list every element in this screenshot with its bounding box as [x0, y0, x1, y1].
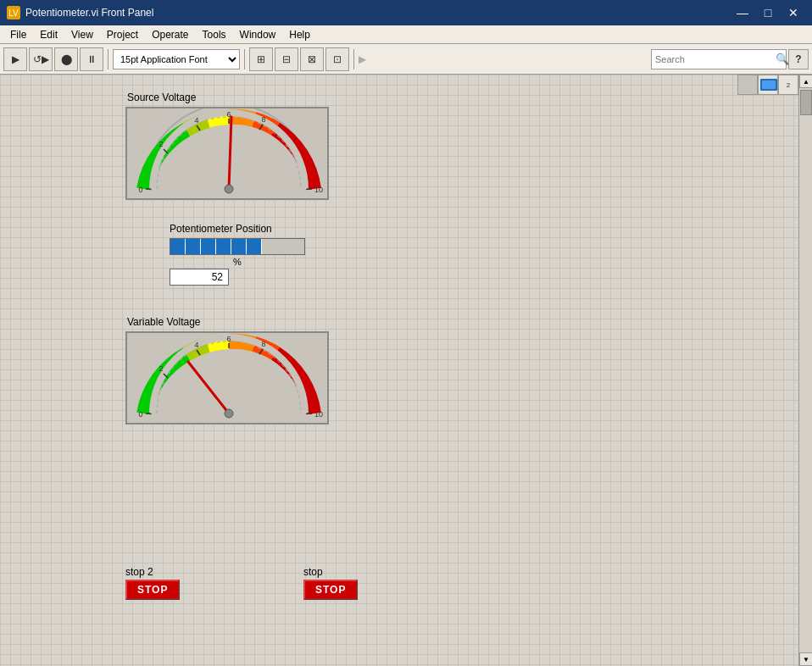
stop-label: stop	[303, 566, 358, 578]
search-bar: 🔍	[651, 49, 787, 69]
stop-button[interactable]: ⬤	[54, 47, 78, 71]
svg-text:2: 2	[159, 140, 163, 148]
svg-point-13	[225, 185, 233, 193]
canvas[interactable]: Source Voltage	[0, 75, 812, 666]
potentiometer-label: Potentiometer Position	[170, 223, 305, 235]
svg-text:2: 2	[159, 364, 163, 373]
resize-button[interactable]: ⊠	[300, 47, 324, 71]
distribute-button[interactable]: ⊟	[275, 47, 298, 71]
progress-seg-5	[231, 239, 247, 254]
stop-widget: stop STOP	[303, 566, 358, 600]
progress-unit: %	[170, 257, 305, 267]
progress-empty	[262, 239, 304, 254]
variable-voltage-gauge: 0 2 4 6 8 10	[125, 331, 329, 425]
menu-view[interactable]: View	[64, 27, 100, 42]
scrollbar[interactable]: ▲ ▼	[798, 75, 812, 666]
source-voltage-label: Source Voltage	[127, 92, 329, 103]
svg-line-26	[188, 362, 229, 413]
potentiometer-widget: Potentiometer Position % 52	[170, 223, 305, 286]
toolbar: ▶ ↺▶ ⬤ ⏸ 15pt Application Font ⊞ ⊟ ⊠ ⊡ ▶…	[0, 44, 812, 75]
svg-text:10: 10	[314, 410, 323, 419]
main-content: Source Voltage	[0, 75, 812, 666]
reorder-button[interactable]: ⊡	[325, 47, 349, 71]
separator-1	[108, 49, 108, 69]
scroll-up-arrow[interactable]: ▲	[799, 75, 812, 88]
svg-text:4: 4	[194, 116, 198, 125]
progress-seg-3	[201, 239, 216, 254]
menu-help[interactable]: Help	[282, 27, 317, 42]
variable-voltage-svg: 0 2 4 6 8 10	[127, 333, 331, 426]
panel-cell-2[interactable]	[758, 75, 778, 95]
variable-voltage-label: Variable Voltage	[127, 316, 329, 328]
progress-seg-2	[186, 239, 201, 254]
minimize-button[interactable]: —	[731, 1, 754, 25]
app-icon: LV	[7, 6, 20, 19]
progress-seg-4	[216, 239, 231, 254]
svg-line-12	[229, 117, 231, 189]
stop2-button[interactable]: STOP	[125, 580, 180, 600]
progress-seg-6	[247, 239, 262, 254]
panel-icons: 2	[737, 75, 798, 95]
align-button[interactable]: ⊞	[249, 47, 273, 71]
svg-text:6: 6	[226, 335, 231, 343]
variable-voltage-widget: Variable Voltage 0	[125, 316, 329, 425]
svg-text:0: 0	[138, 410, 142, 419]
pause-button[interactable]: ⏸	[80, 47, 103, 71]
scroll-down-arrow[interactable]: ▼	[799, 652, 812, 666]
stop2-widget: stop 2 STOP	[125, 566, 180, 600]
panel-cell-1[interactable]	[737, 75, 758, 95]
stop-button[interactable]: STOP	[303, 580, 358, 600]
search-input[interactable]	[655, 54, 772, 64]
menu-operate[interactable]: Operate	[145, 27, 195, 42]
svg-text:10: 10	[314, 186, 323, 194]
source-voltage-widget: Source Voltage	[125, 92, 329, 200]
menu-project[interactable]: Project	[100, 27, 145, 42]
menu-file[interactable]: File	[3, 27, 33, 42]
source-voltage-gauge: 0 2 4 6 8 10	[125, 107, 329, 200]
svg-text:4: 4	[194, 341, 198, 349]
svg-point-27	[225, 409, 233, 418]
progress-bar	[170, 238, 305, 255]
svg-rect-29	[762, 80, 776, 89]
menu-window[interactable]: Window	[233, 27, 283, 42]
run-button[interactable]: ▶	[3, 47, 27, 71]
title-bar: LV Potentiometer.vi Front Panel — □ ✕	[0, 0, 812, 25]
maximize-button[interactable]: □	[756, 1, 780, 25]
panel-row-1: 2	[737, 75, 798, 95]
separator-3	[353, 49, 354, 69]
help-button[interactable]: ?	[788, 49, 809, 69]
menu-edit[interactable]: Edit	[33, 27, 64, 42]
run-continuously-button[interactable]: ↺▶	[29, 47, 53, 71]
search-icon: 🔍	[776, 53, 789, 65]
menu-tools[interactable]: Tools	[196, 27, 233, 42]
progress-seg-1	[170, 239, 186, 254]
window-controls: — □ ✕	[731, 1, 805, 25]
stop2-label: stop 2	[125, 566, 180, 578]
scroll-thumb[interactable]	[800, 90, 812, 115]
svg-text:8: 8	[261, 340, 265, 348]
window-title: Potentiometer.vi Front Panel	[25, 7, 153, 19]
separator-2	[244, 49, 245, 69]
close-button[interactable]: ✕	[781, 1, 805, 25]
menu-bar: File Edit View Project Operate Tools Win…	[0, 25, 812, 44]
panel-cell-3[interactable]: 2	[778, 75, 798, 95]
arrow-icon: ▶	[359, 53, 366, 65]
svg-text:8: 8	[261, 115, 265, 124]
svg-text:0: 0	[138, 186, 142, 194]
source-voltage-svg: 0 2 4 6 8 10	[127, 108, 331, 202]
font-selector[interactable]: 15pt Application Font	[113, 49, 240, 69]
progress-value[interactable]: 52	[170, 269, 229, 286]
